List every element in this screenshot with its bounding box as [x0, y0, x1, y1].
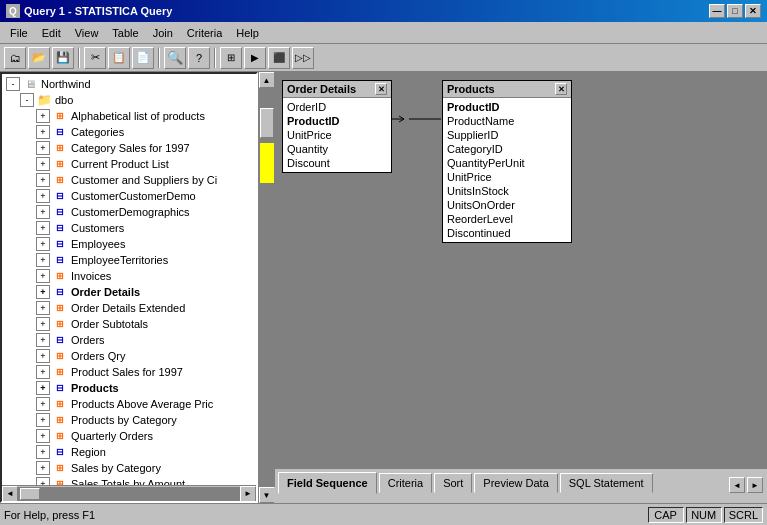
expand-region[interactable]: + [36, 445, 50, 459]
tree-h-scroll-thumb[interactable] [20, 488, 40, 500]
tab-arrow-left[interactable]: ◄ [729, 477, 745, 493]
tree-item-region[interactable]: + ⊟ Region [4, 444, 254, 460]
expand-products-by-cat[interactable]: + [36, 413, 50, 427]
tree-v-scroll[interactable]: ▲ ▼ [258, 72, 274, 503]
tree-item-employees[interactable]: + ⊟ Employees [4, 236, 254, 252]
tree-v-scroll-down[interactable]: ▼ [259, 487, 275, 503]
tb-save[interactable]: 💾 [52, 47, 74, 69]
expand-sales-totals[interactable]: + [36, 477, 50, 485]
tb-stop[interactable]: ⬛ [268, 47, 290, 69]
field-unitsinstock[interactable]: UnitsInStock [447, 184, 567, 198]
expand-current-product[interactable]: + [36, 157, 50, 171]
tree-item-customers[interactable]: + ⊟ Customers [4, 220, 254, 236]
field-quantity[interactable]: Quantity [287, 142, 387, 156]
field-productid-p[interactable]: ProductID [447, 100, 567, 114]
tab-criteria[interactable]: Criteria [379, 473, 432, 493]
tb-help[interactable]: ? [188, 47, 210, 69]
field-unitprice-od[interactable]: UnitPrice [287, 128, 387, 142]
tab-sql-statement[interactable]: SQL Statement [560, 473, 653, 493]
tree-item-orders[interactable]: + ⊟ Orders [4, 332, 254, 348]
maximize-button[interactable]: □ [727, 4, 743, 18]
menu-help[interactable]: Help [230, 25, 265, 41]
tree-v-scroll-yellow[interactable] [260, 143, 274, 183]
expand-order-details-ext[interactable]: + [36, 301, 50, 315]
expand-customerdemographics[interactable]: + [36, 205, 50, 219]
expand-quarterly-orders[interactable]: + [36, 429, 50, 443]
tree-item-order-details[interactable]: + ⊟ Order Details [4, 284, 254, 300]
products-close[interactable]: ✕ [555, 83, 567, 95]
tab-field-sequence[interactable]: Field Sequence [278, 472, 377, 494]
tb-execute[interactable]: ▷▷ [292, 47, 314, 69]
field-quantityperunit[interactable]: QuantityPerUnit [447, 156, 567, 170]
expand-employees[interactable]: + [36, 237, 50, 251]
field-discount[interactable]: Discount [287, 156, 387, 170]
expand-northwind[interactable]: - [6, 77, 20, 91]
field-reorderlevel[interactable]: ReorderLevel [447, 212, 567, 226]
expand-invoices[interactable]: + [36, 269, 50, 283]
expand-order-details[interactable]: + [36, 285, 50, 299]
tb-new[interactable]: 🗂 [4, 47, 26, 69]
expand-product-sales[interactable]: + [36, 365, 50, 379]
order-details-close[interactable]: ✕ [375, 83, 387, 95]
menu-view[interactable]: View [69, 25, 105, 41]
field-productname[interactable]: ProductName [447, 114, 567, 128]
menu-edit[interactable]: Edit [36, 25, 67, 41]
expand-order-subtotals[interactable]: + [36, 317, 50, 331]
tab-arrow-right[interactable]: ► [747, 477, 763, 493]
tree-v-scroll-up[interactable]: ▲ [259, 72, 275, 88]
tree-item-sales-totals[interactable]: + ⊞ Sales Totals by Amount [4, 476, 254, 485]
field-unitprice-p[interactable]: UnitPrice [447, 170, 567, 184]
tree-item-products-by-category[interactable]: + ⊞ Products by Category [4, 412, 254, 428]
tab-preview-data[interactable]: Preview Data [474, 473, 557, 493]
tab-sort[interactable]: Sort [434, 473, 472, 493]
tree-item-products[interactable]: + ⊟ Products [4, 380, 254, 396]
field-unitsonorder[interactable]: UnitsOnOrder [447, 198, 567, 212]
tb-copy[interactable]: 📋 [108, 47, 130, 69]
expand-customer-suppliers[interactable]: + [36, 173, 50, 187]
tb-find[interactable]: 🔍 [164, 47, 186, 69]
tree-item-customerdemographics[interactable]: + ⊟ CustomerDemographics [4, 204, 254, 220]
tree-item-dbo[interactable]: - 📁 dbo [4, 92, 254, 108]
field-productid-od[interactable]: ProductID [287, 114, 387, 128]
tree-h-scroll-right[interactable]: ► [240, 486, 256, 502]
expand-employeeterritories[interactable]: + [36, 253, 50, 267]
field-orderid[interactable]: OrderID [287, 100, 387, 114]
expand-alphabetical[interactable]: + [36, 109, 50, 123]
field-categoryid[interactable]: CategoryID [447, 142, 567, 156]
tree-item-alphabetical[interactable]: + ⊞ Alphabetical list of products [4, 108, 254, 124]
tree-item-orders-qry[interactable]: + ⊞ Orders Qry [4, 348, 254, 364]
minimize-button[interactable]: — [709, 4, 725, 18]
expand-products-above-avg[interactable]: + [36, 397, 50, 411]
tree-v-scroll-thumb[interactable] [260, 108, 274, 138]
tree-item-product-sales[interactable]: + ⊞ Product Sales for 1997 [4, 364, 254, 380]
tree-container[interactable]: - 🖥 Northwind - 📁 dbo + ⊞ Alphabetical l… [2, 74, 256, 485]
field-discontinued[interactable]: Discontinued [447, 226, 567, 240]
tree-item-categories[interactable]: + ⊟ Categories [4, 124, 254, 140]
tree-item-invoices[interactable]: + ⊞ Invoices [4, 268, 254, 284]
tree-h-scroll[interactable]: ◄ ► [2, 485, 256, 501]
tb-paste[interactable]: 📄 [132, 47, 154, 69]
tb-open[interactable]: 📂 [28, 47, 50, 69]
tree-item-quarterly-orders[interactable]: + ⊞ Quarterly Orders [4, 428, 254, 444]
tree-item-products-above-avg[interactable]: + ⊞ Products Above Average Pric [4, 396, 254, 412]
tree-item-order-details-extended[interactable]: + ⊞ Order Details Extended [4, 300, 254, 316]
close-button[interactable]: ✕ [745, 4, 761, 18]
expand-customercustomerdemo[interactable]: + [36, 189, 50, 203]
tree-item-customercustomerdemo[interactable]: + ⊟ CustomerCustomerDemo [4, 188, 254, 204]
menu-file[interactable]: File [4, 25, 34, 41]
menu-table[interactable]: Table [106, 25, 144, 41]
tree-item-northwind[interactable]: - 🖥 Northwind [4, 76, 254, 92]
tb-run[interactable]: ▶ [244, 47, 266, 69]
tree-item-employeeterritories[interactable]: + ⊟ EmployeeTerritories [4, 252, 254, 268]
tree-item-category-sales[interactable]: + ⊞ Category Sales for 1997 [4, 140, 254, 156]
expand-orders-qry[interactable]: + [36, 349, 50, 363]
tree-h-scroll-left[interactable]: ◄ [2, 486, 18, 502]
menu-join[interactable]: Join [147, 25, 179, 41]
tree-item-order-subtotals[interactable]: + ⊞ Order Subtotals [4, 316, 254, 332]
expand-customers[interactable]: + [36, 221, 50, 235]
expand-orders[interactable]: + [36, 333, 50, 347]
tree-item-customer-suppliers[interactable]: + ⊞ Customer and Suppliers by Ci [4, 172, 254, 188]
expand-sales-by-cat[interactable]: + [36, 461, 50, 475]
tree-item-current-product[interactable]: + ⊞ Current Product List [4, 156, 254, 172]
expand-category-sales[interactable]: + [36, 141, 50, 155]
